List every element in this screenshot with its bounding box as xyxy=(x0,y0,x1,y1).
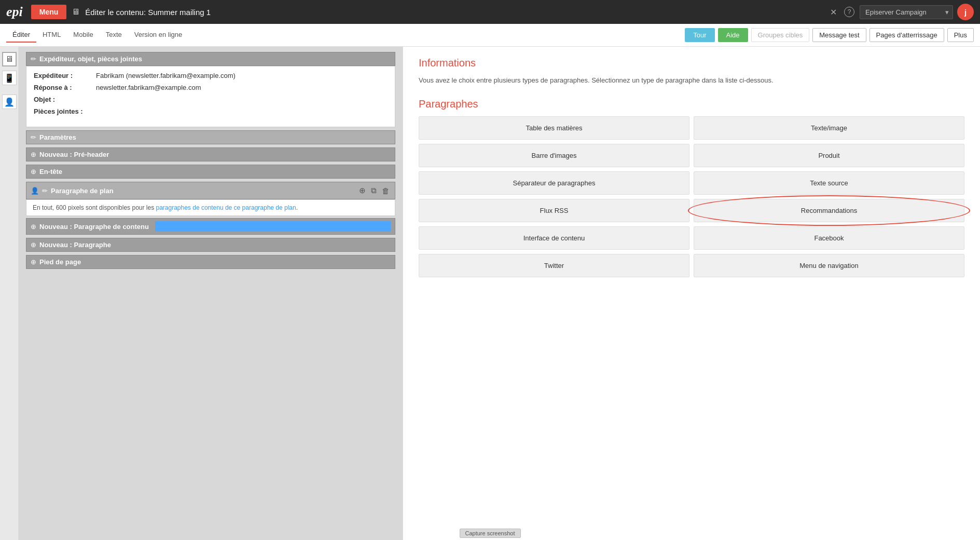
plus-paragraphe-icon: ⊕ xyxy=(31,241,36,249)
informations-title: Informations xyxy=(419,57,964,69)
mobile-view-icon[interactable]: 📱 xyxy=(2,71,17,85)
tour-button[interactable]: Tour xyxy=(685,28,714,42)
objet-row: Objet : xyxy=(34,96,388,103)
right-panel: Informations Vous avez le choix entre pl… xyxy=(403,47,980,540)
avatar[interactable]: j xyxy=(957,4,974,20)
menu-button[interactable]: Menu xyxy=(31,5,67,19)
tab-editer[interactable]: Éditer xyxy=(6,28,36,43)
entete-label: En-tête xyxy=(39,168,62,176)
main-layout: 🖥 📱 👤 ✏ Expéditeur, objet, pièces jointe… xyxy=(0,47,980,540)
copy-icon[interactable]: ⧉ xyxy=(370,185,378,196)
nav-right: Episerver Campaign ▾ j xyxy=(860,4,974,20)
pencil-icon: ✏ xyxy=(31,55,36,63)
facebook-button[interactable]: Facebook xyxy=(694,226,964,250)
nouveau-paragraphe-label: Nouveau : Paragraphe xyxy=(39,241,111,249)
aide-button[interactable]: Aide xyxy=(718,28,748,42)
tab-version-en-ligne[interactable]: Version en ligne xyxy=(128,28,189,43)
produit-button[interactable]: Produit xyxy=(694,144,964,167)
reponse-value: newsletter.fabrikam@example.com xyxy=(96,84,201,91)
plan-content: En tout, 600 pixels sont disponibles pou… xyxy=(26,199,395,216)
expediteur-field-label: Expéditeur : xyxy=(34,72,96,79)
desktop-view-icon[interactable]: 🖥 xyxy=(2,52,17,66)
plus-preheader-icon: ⊕ xyxy=(31,151,36,158)
left-icon-sidebar: 🖥 📱 👤 xyxy=(0,47,19,540)
reponse-field-label: Réponse à : xyxy=(34,84,96,91)
groupes-cibles-button[interactable]: Groupes cibles xyxy=(751,28,810,42)
reponse-row: Réponse à : newsletter.fabrikam@example.… xyxy=(34,84,388,91)
user-plan-icon: 👤 xyxy=(31,187,39,195)
pieces-jointes-label: Pièces jointes : xyxy=(34,107,96,115)
recommandations-wrapper: Recommandations xyxy=(694,199,964,222)
screenshot-watermark: Capture screenshot xyxy=(460,529,521,538)
paragraphs-grid: Table des matières Texte/image Barre d'i… xyxy=(419,116,964,277)
texte-image-button[interactable]: Texte/image xyxy=(694,116,964,140)
twitter-button[interactable]: Twitter xyxy=(419,254,689,277)
close-icon[interactable]: ✕ xyxy=(830,7,837,17)
interface-contenu-button[interactable]: Interface de contenu xyxy=(419,226,689,250)
message-test-button[interactable]: Message test xyxy=(812,28,866,42)
objet-field-label: Objet : xyxy=(34,96,96,103)
flux-rss-button[interactable]: Flux RSS xyxy=(419,199,689,222)
plan-section: 👤 ✏ Paragraphe de plan ⊕ ⧉ 🗑 En tout, 60… xyxy=(26,182,395,235)
user-icon[interactable]: 👤 xyxy=(2,95,17,109)
expediteur-card: Expéditeur : Fabrikam (newsletter.fabrik… xyxy=(26,66,395,127)
nouveau-contenu-bar[interactable]: ⊕ Nouveau : Paragraphe de contenu xyxy=(26,218,395,235)
pencil-plan-icon: ✏ xyxy=(42,187,48,195)
separateur-button[interactable]: Séparateur de paragraphes xyxy=(419,171,689,195)
toolbar-buttons: Tour Aide Groupes cibles Message test Pa… xyxy=(685,28,974,42)
help-icon[interactable]: ? xyxy=(844,7,854,17)
tab-mobile[interactable]: Mobile xyxy=(67,28,99,43)
expediteur-value: Fabrikam (newsletter.fabrikam@example.co… xyxy=(96,72,236,79)
content-highlight-bar xyxy=(155,221,391,232)
tab-texte[interactable]: Texte xyxy=(100,28,128,43)
entete-bar[interactable]: ⊕ En-tête xyxy=(26,165,395,179)
nouveau-contenu-label: Nouveau : Paragraphe de contenu xyxy=(39,223,149,231)
toolbar-tabs: Éditer HTML Mobile Texte Version en lign… xyxy=(6,28,188,43)
top-navigation: epi Menu 🖥 Éditer le contenu: Summer mai… xyxy=(0,0,980,24)
plus-pied-icon: ⊕ xyxy=(31,258,36,266)
menu-navigation-button[interactable]: Menu de navigation xyxy=(694,254,964,277)
parametres-label: Paramètres xyxy=(39,133,76,141)
paragraphes-title: Paragraphes xyxy=(419,98,964,110)
nouveau-preheader-bar[interactable]: ⊕ Nouveau : Pré-header xyxy=(26,147,395,161)
plan-link[interactable]: paragraphes de contenu de ce paragraphe … xyxy=(156,204,296,211)
tab-html[interactable]: HTML xyxy=(36,28,67,43)
settings-pencil-icon: ✏ xyxy=(31,133,36,141)
plan-description-text: En tout, 600 pixels sont disponibles pou… xyxy=(33,204,298,211)
recommandations-button[interactable]: Recommandations xyxy=(694,199,964,222)
expediteur-label: Expéditeur, objet, pièces jointes xyxy=(39,55,142,63)
expediteur-bar[interactable]: ✏ Expéditeur, objet, pièces jointes xyxy=(26,52,395,66)
toolbar: Éditer HTML Mobile Texte Version en lign… xyxy=(0,24,980,47)
screen-icon[interactable]: 🖥 xyxy=(72,7,80,17)
pages-atterrissage-button[interactable]: Pages d'atterrissage xyxy=(869,28,944,42)
move-icon[interactable]: ⊕ xyxy=(358,185,367,196)
parametres-bar[interactable]: ✏ Paramètres xyxy=(26,130,395,144)
delete-icon[interactable]: 🗑 xyxy=(381,185,391,196)
editor-panel: ✏ Expéditeur, objet, pièces jointes Expé… xyxy=(19,47,403,540)
episerver-dropdown-wrapper[interactable]: Episerver Campaign ▾ xyxy=(860,5,953,19)
barre-images-button[interactable]: Barre d'images xyxy=(419,144,689,167)
plus-button[interactable]: Plus xyxy=(947,28,974,42)
informations-description: Vous avez le choix entre plusieurs types… xyxy=(419,75,964,86)
texte-source-button[interactable]: Texte source xyxy=(694,171,964,195)
pied-de-page-label: Pied de page xyxy=(39,258,81,266)
plus-contenu-icon: ⊕ xyxy=(31,223,36,231)
nouveau-paragraphe-bar[interactable]: ⊕ Nouveau : Paragraphe xyxy=(26,238,395,252)
nouveau-preheader-label: Nouveau : Pré-header xyxy=(39,151,109,158)
expediteur-row: Expéditeur : Fabrikam (newsletter.fabrik… xyxy=(34,72,388,79)
pieces-jointes-row: Pièces jointes : xyxy=(34,107,388,115)
pied-de-page-bar[interactable]: ⊕ Pied de page xyxy=(26,255,395,269)
episerver-dropdown[interactable]: Episerver Campaign xyxy=(860,5,953,19)
logo: epi xyxy=(6,4,23,20)
plan-bar[interactable]: 👤 ✏ Paragraphe de plan ⊕ ⧉ 🗑 xyxy=(26,182,395,199)
plan-label: Paragraphe de plan xyxy=(51,187,114,195)
expediteur-section: ✏ Expéditeur, objet, pièces jointes Expé… xyxy=(26,52,395,127)
plus-entete-icon: ⊕ xyxy=(31,168,36,176)
table-des-matieres-button[interactable]: Table des matières xyxy=(419,116,689,140)
nav-title: Éditer le contenu: Summer mailing 1 xyxy=(85,8,822,17)
